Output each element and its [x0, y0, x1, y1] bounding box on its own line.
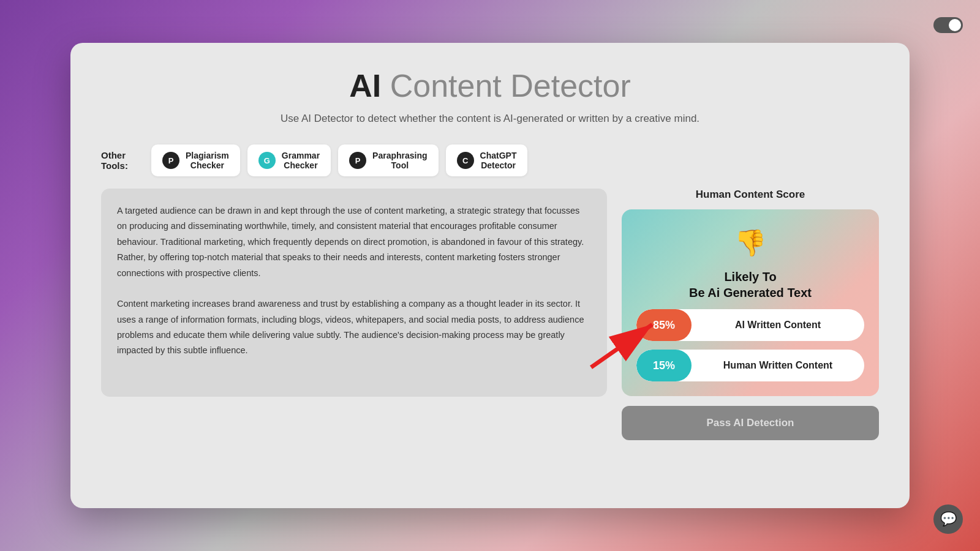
grammar-icon: G	[258, 152, 276, 169]
content-paragraph-2: Content marketing increases brand awaren…	[117, 296, 591, 359]
tools-label: OtherTools:	[101, 150, 144, 171]
content-paragraph-1: A targeted audience can be drawn in and …	[117, 203, 591, 281]
chatgpt-icon: C	[457, 152, 474, 169]
plagiarism-checker-button[interactable]: P PlagiarismChecker	[151, 144, 240, 176]
score-card: 👎 Likely To Be Ai Generated Text 85% AI …	[622, 209, 879, 396]
right-panel: Human Content Score 👎 Likely To Be Ai Ge…	[622, 189, 879, 440]
content-row: A targeted audience can be drawn in and …	[101, 189, 879, 440]
dark-mode-toggle[interactable]	[933, 17, 963, 33]
human-score-label: Human Content Score	[622, 189, 879, 201]
chat-button[interactable]: 💬	[933, 504, 963, 534]
grammar-label: GrammarChecker	[282, 151, 320, 170]
plagiarism-icon: P	[162, 152, 179, 169]
plagiarism-label: PlagiarismChecker	[186, 151, 229, 170]
chatgpt-label: ChatGPTDetector	[480, 151, 517, 170]
grammar-checker-button[interactable]: G GrammarChecker	[247, 144, 331, 176]
page-title: AI Content Detector	[101, 67, 879, 104]
main-card: AI Content Detector Use AI Detector to d…	[70, 43, 910, 508]
toggle-knob	[949, 19, 961, 31]
ai-score-row: 85% AI Written Content	[636, 309, 864, 341]
human-score-row: 15% Human Written Content	[636, 350, 864, 381]
score-verdict: Likely To Be Ai Generated Text	[689, 269, 812, 301]
page-subtitle: Use AI Detector to detect whether the co…	[101, 113, 879, 125]
chatgpt-detector-button[interactable]: C ChatGPTDetector	[446, 144, 528, 176]
human-percentage-badge: 15%	[636, 350, 692, 381]
content-text-area[interactable]: A targeted audience can be drawn in and …	[101, 189, 607, 397]
title-rest: Content Detector	[381, 68, 631, 103]
chat-icon: 💬	[940, 511, 957, 527]
pass-ai-detection-button[interactable]: Pass AI Detection	[622, 406, 879, 440]
paraphrasing-tool-button[interactable]: P ParaphrasingTool	[338, 144, 438, 176]
ai-label: AI Written Content	[692, 320, 864, 331]
paraphrasing-icon: P	[349, 152, 366, 169]
human-label: Human Written Content	[692, 360, 864, 371]
ai-percentage-badge: 85%	[636, 309, 692, 341]
paraphrasing-label: ParaphrasingTool	[372, 151, 427, 170]
thumbs-down-icon: 👎	[734, 228, 766, 258]
title-ai: AI	[349, 68, 381, 103]
tools-row: OtherTools: P PlagiarismChecker G Gramma…	[101, 144, 879, 176]
